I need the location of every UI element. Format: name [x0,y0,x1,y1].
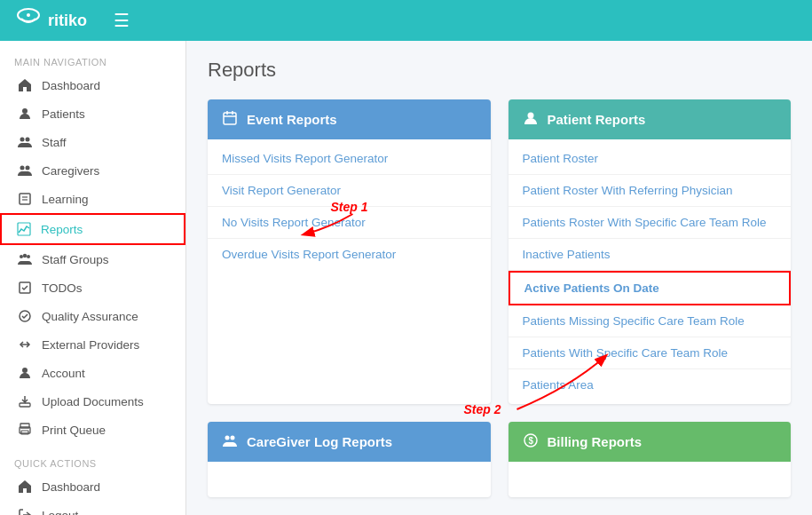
svg-rect-17 [20,403,30,407]
caregivers-icon [17,162,33,178]
sidebar-item-account[interactable]: Account [0,359,185,387]
caregiver-reports-body [208,462,491,497]
caregiver-icon [222,432,238,451]
billing-reports-body [508,462,792,497]
patient-reports-icon [523,110,539,129]
event-reports-header: Event Reports [208,99,491,139]
app-logo: ritiko [14,6,87,35]
svg-text:$: $ [528,436,533,446]
page-title: Reports [208,59,791,82]
svg-point-13 [23,254,27,258]
home-quick-icon [17,479,33,495]
sidebar-label-print-queue: Print Queue [42,424,106,437]
sidebar-label-caregivers: Caregivers [42,164,99,178]
sidebar-label-patients: Patients [42,107,85,121]
main-nav-label: Main Navigation [0,52,185,71]
svg-point-26 [527,113,533,119]
staff-icon [17,134,33,150]
sidebar-label-staff-groups: Staff Groups [42,253,109,266]
learning-icon [17,191,33,207]
svg-rect-22 [224,113,236,124]
sidebar-item-learning[interactable]: Learning [0,185,185,213]
event-reports-title: Event Reports [247,112,337,127]
sidebar-item-dashboard-quick[interactable]: Dashboard [0,472,185,501]
svg-rect-7 [20,194,30,204]
logo-icon [14,6,43,35]
patient-reports-title: Patient Reports [548,112,646,127]
cards-grid: Event Reports Missed Visits Report Gener… [208,99,791,497]
sidebar-item-patients[interactable]: Patients [0,99,185,128]
sidebar-item-quality-assurance[interactable]: Quality Assurance [0,302,185,330]
sidebar-label-staff: Staff [42,136,67,149]
svg-point-1 [27,13,30,17]
sidebar: Main Navigation Dashboard Patients Staff… [0,41,186,515]
sidebar-label-learning: Learning [42,193,89,206]
patients-area-link[interactable]: Patients Area [508,369,792,400]
svg-rect-10 [18,223,30,235]
svg-point-4 [26,138,30,142]
billing-reports-title: Billing Reports [548,434,643,449]
sidebar-item-upload-documents[interactable]: Upload Documents [0,387,185,416]
top-navigation: ritiko ☰ [0,0,812,41]
sidebar-item-logout[interactable]: Logout [0,501,185,515]
printer-icon [17,422,33,438]
patients-roster-care-team-link[interactable]: Patients Roster With Specific Care Team … [508,207,792,239]
sidebar-label-external-providers: External Providers [42,338,139,352]
logout-icon [17,507,33,515]
billing-reports-card: $ Billing Reports [508,422,792,497]
sidebar-item-todos[interactable]: TODOs [0,273,185,302]
sidebar-label-todos: TODOs [42,281,83,295]
billing-icon: $ [523,432,539,451]
main-content: Reports Event Reports Missed Visits Repo… [186,41,812,515]
patients-missing-care-team-link[interactable]: Patients Missing Specific Care Team Role [508,305,792,337]
sidebar-item-staff-groups[interactable]: Staff Groups [0,245,185,273]
caregiver-reports-header: CareGiver Log Reports [208,422,491,462]
quick-actions-label: Quick Actions [0,453,185,472]
patient-reports-card: Patient Reports Patient Roster Patient R… [508,99,792,404]
svg-point-16 [22,368,28,373]
patient-reports-header: Patient Reports [508,99,792,139]
patients-with-care-team-link[interactable]: Patients With Specific Care Team Role [508,337,792,369]
app-name: ritiko [48,12,87,30]
external-providers-icon [17,337,33,353]
svg-point-5 [20,166,25,170]
sidebar-item-staff[interactable]: Staff [0,128,185,156]
calendar-icon [222,110,238,129]
reports-icon [16,221,32,237]
sidebar-item-reports[interactable]: Reports [0,213,185,245]
staff-groups-icon [17,251,33,267]
sidebar-item-dashboard[interactable]: Dashboard [0,71,185,99]
patient-roster-referring-link[interactable]: Patient Roster With Referring Physician [508,175,792,207]
sidebar-label-quality-assurance: Quality Assurance [42,310,138,323]
home-icon [17,77,33,93]
no-visits-link[interactable]: No Visits Report Generator [208,207,491,239]
sidebar-label-dashboard-quick: Dashboard [42,480,100,494]
hamburger-menu[interactable]: ☰ [114,10,130,31]
sidebar-item-external-providers[interactable]: External Providers [0,330,185,359]
svg-point-2 [22,108,28,114]
sidebar-label-reports: Reports [41,223,83,236]
svg-point-11 [20,255,23,258]
overdue-visits-link[interactable]: Overdue Visits Report Generator [208,239,491,270]
inactive-patients-link[interactable]: Inactive Patients [508,239,792,271]
svg-point-12 [27,255,30,258]
svg-point-27 [225,436,230,440]
caregiver-reports-card: CareGiver Log Reports [208,422,491,497]
active-patients-on-date-link[interactable]: Active Patients On Date [508,271,792,305]
sidebar-label-account: Account [42,367,85,380]
sidebar-item-print-queue[interactable]: Print Queue [0,416,185,444]
billing-reports-header: $ Billing Reports [508,422,792,462]
patient-reports-body: Patient Roster Patient Roster With Refer… [508,139,792,404]
upload-icon [17,393,33,409]
patient-roster-link[interactable]: Patient Roster [508,143,792,175]
todos-icon [17,280,33,296]
event-reports-card: Event Reports Missed Visits Report Gener… [208,99,491,404]
sidebar-item-caregivers[interactable]: Caregivers [0,156,185,185]
missed-visits-link[interactable]: Missed Visits Report Generator [208,143,491,175]
svg-point-3 [20,138,25,142]
svg-point-6 [26,166,30,170]
sidebar-label-dashboard: Dashboard [42,79,100,92]
quality-icon [17,308,33,324]
visit-report-link[interactable]: Visit Report Generator [208,175,491,207]
sidebar-label-upload-documents: Upload Documents [42,395,144,408]
